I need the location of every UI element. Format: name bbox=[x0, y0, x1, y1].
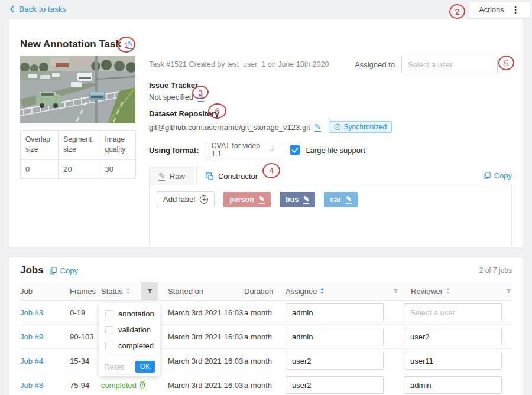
table-row: Job #9 90-103 March 3rd 2021 16:03 a mon… bbox=[20, 325, 512, 349]
sort-icon[interactable] bbox=[446, 288, 450, 294]
jobs-count: 2 of 7 jobs bbox=[479, 266, 512, 275]
edit-issue-tracker-icon[interactable]: ✎ bbox=[197, 93, 204, 102]
started-cell: March 3rd 2021 16:03 bbox=[158, 332, 244, 341]
copy-labels-link[interactable]: Copy bbox=[484, 171, 512, 180]
label-chip-bus-name: bus bbox=[286, 195, 299, 204]
filter-ok-button[interactable]: OK bbox=[135, 361, 155, 373]
duration-cell: a month bbox=[244, 381, 286, 390]
frames-cell: 90-103 bbox=[70, 332, 101, 341]
label-chip-person-name: person bbox=[229, 195, 254, 204]
tab-constructor[interactable]: Constructor bbox=[196, 167, 267, 185]
actions-label: Actions bbox=[479, 5, 504, 14]
column-header-reviewer[interactable]: Reviewer bbox=[404, 282, 505, 300]
edit-label-icon[interactable]: ✎ bbox=[259, 195, 265, 204]
back-to-tasks-link[interactable]: Back to tasks bbox=[9, 5, 66, 14]
large-file-support-label: Large file support bbox=[306, 146, 365, 155]
job-link[interactable]: Job #9 bbox=[20, 332, 70, 341]
label-chip-person[interactable]: person ✎ bbox=[223, 192, 271, 207]
label-chip-car-name: car bbox=[330, 195, 341, 204]
checkbox-completed[interactable] bbox=[105, 342, 113, 350]
sort-icon-active[interactable] bbox=[320, 288, 324, 294]
reviewer-input[interactable] bbox=[404, 352, 502, 370]
filter-option-annotation[interactable]: annotation bbox=[99, 306, 160, 322]
chevron-down-icon bbox=[269, 148, 274, 152]
label-chip-car[interactable]: car ✎ bbox=[324, 192, 358, 207]
jobs-card: Jobs Copy 2 of 7 jobs Job Frames Status … bbox=[9, 257, 523, 395]
tab-raw-label: Raw bbox=[170, 172, 185, 181]
check-circle-icon bbox=[334, 123, 341, 130]
top-bar: Back to tasks Actions ⋮ bbox=[0, 0, 532, 18]
label-constructor-panel: Add label + person ✎ bus ✎ car ✎ bbox=[149, 185, 512, 246]
labels-tabs: ✎ Raw Constructor Copy bbox=[149, 167, 512, 185]
status-completed-text: completed bbox=[101, 381, 137, 390]
param-value-segment: 20 bbox=[59, 159, 100, 178]
repository-url[interactable]: git@github.com:username/git_storage_v123… bbox=[149, 123, 310, 132]
column-header-assignee[interactable]: Assignee bbox=[286, 282, 387, 300]
edit-task-name-icon[interactable]: ✎ bbox=[127, 40, 134, 49]
using-format-label: Using format: bbox=[149, 146, 199, 155]
jobs-table-header: Job Frames Status Started on Duration As… bbox=[20, 282, 512, 301]
column-header-job[interactable]: Job bbox=[20, 282, 70, 300]
column-header-duration[interactable]: Duration bbox=[244, 282, 286, 300]
sync-status-label: Synchronized bbox=[344, 123, 387, 131]
task-title: New Annotation Task bbox=[20, 38, 121, 50]
add-label-button[interactable]: Add label + bbox=[157, 191, 215, 207]
issue-tracker-value: Not specified bbox=[149, 93, 193, 102]
assigned-to-input[interactable] bbox=[401, 56, 498, 73]
edit-label-icon[interactable]: ✎ bbox=[303, 195, 309, 204]
assignee-input[interactable] bbox=[286, 376, 384, 394]
filter-option-validation[interactable]: validation bbox=[99, 322, 160, 338]
copy-jobs-link[interactable]: Copy bbox=[50, 266, 78, 275]
add-label-text: Add label bbox=[163, 195, 195, 204]
filter-option-completed[interactable]: completed bbox=[99, 338, 160, 354]
task-parameters-table: Overlap size Segment size Image quality … bbox=[20, 130, 136, 179]
column-header-frames[interactable]: Frames bbox=[70, 282, 101, 300]
assignee-filter-button[interactable] bbox=[387, 282, 404, 300]
export-format-select[interactable]: CVAT for video 1.1 bbox=[206, 142, 280, 158]
reviewer-filter-button[interactable] bbox=[505, 282, 512, 300]
dataset-repository-label: Dataset Repository bbox=[149, 109, 512, 118]
assignee-input[interactable] bbox=[286, 328, 384, 345]
column-header-status[interactable]: Status bbox=[101, 282, 141, 300]
label-chip-bus[interactable]: bus ✎ bbox=[280, 192, 315, 207]
param-header-quality: Image quality bbox=[100, 131, 135, 160]
table-row: Job #4 15-34 March 3rd 2021 16:03 a mont… bbox=[20, 349, 512, 373]
sync-status-badge[interactable]: Synchronized bbox=[329, 121, 392, 133]
column-header-started[interactable]: Started on bbox=[158, 282, 244, 300]
job-link[interactable]: Job #3 bbox=[20, 308, 70, 317]
reviewer-input[interactable] bbox=[404, 328, 502, 345]
duration-cell: a month bbox=[244, 357, 286, 365]
param-value-quality: 30 bbox=[100, 159, 135, 178]
pencil-icon: ✎ bbox=[158, 172, 165, 181]
status-filter-dropdown: annotation validation completed Reset OK bbox=[99, 303, 160, 376]
edit-label-icon[interactable]: ✎ bbox=[346, 195, 352, 204]
reviewer-input[interactable] bbox=[404, 303, 502, 321]
jobs-title: Jobs bbox=[20, 265, 44, 276]
filter-reset-button[interactable]: Reset bbox=[104, 363, 124, 371]
reviewer-input[interactable] bbox=[404, 376, 502, 394]
checkbox-validation[interactable] bbox=[105, 326, 113, 334]
actions-button[interactable]: Actions ⋮ bbox=[468, 2, 531, 18]
question-circle-icon[interactable]: ? bbox=[140, 381, 145, 389]
sort-icon[interactable] bbox=[126, 288, 130, 294]
table-row: Job #3 0-19 March 3rd 2021 16:03 a month bbox=[20, 301, 512, 325]
assignee-input[interactable] bbox=[286, 352, 384, 370]
job-link[interactable]: Job #4 bbox=[20, 357, 70, 365]
status-cell: completed ? bbox=[101, 381, 141, 390]
tab-constructor-label: Constructor bbox=[218, 172, 258, 181]
started-cell: March 3rd 2021 16:03 bbox=[158, 381, 244, 390]
tab-raw[interactable]: ✎ Raw bbox=[149, 167, 194, 185]
param-value-overlap: 0 bbox=[21, 159, 59, 178]
job-link[interactable]: Job #8 bbox=[20, 381, 70, 390]
edit-repository-icon[interactable]: ✎ bbox=[314, 123, 321, 132]
assignee-input[interactable] bbox=[286, 303, 384, 321]
duration-cell: a month bbox=[244, 332, 286, 341]
jobs-table: Job Frames Status Started on Duration As… bbox=[20, 282, 512, 395]
large-file-support-checkbox[interactable] bbox=[290, 145, 300, 155]
status-filter-button[interactable] bbox=[141, 282, 158, 300]
task-meta-text: Task #1521 Created by test_user_1 on Jun… bbox=[149, 60, 329, 68]
frames-cell: 0-19 bbox=[70, 308, 101, 317]
table-row: Job #8 75-94 completed ? March 3rd 2021 … bbox=[20, 373, 512, 395]
checkbox-annotation[interactable] bbox=[105, 310, 113, 318]
filter-funnel-icon bbox=[392, 288, 399, 295]
